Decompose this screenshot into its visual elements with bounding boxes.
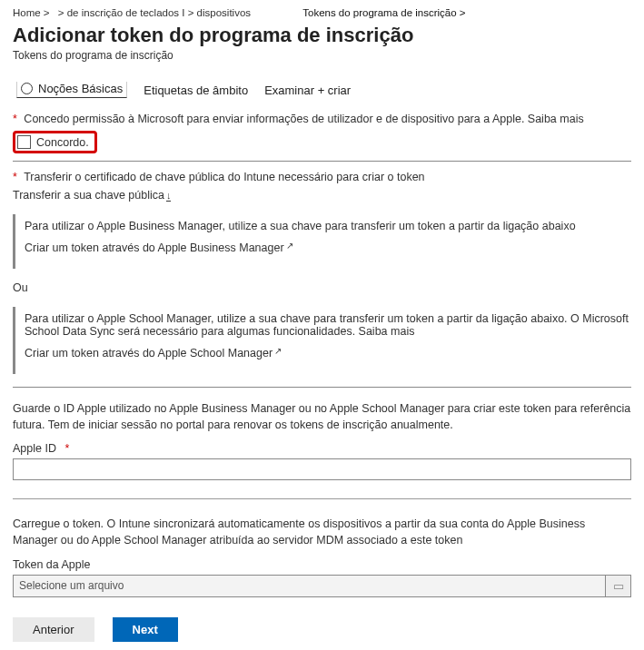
appleid-input[interactable] [13,458,631,480]
download-icon: ↓ [166,190,172,202]
wizard-buttons: Anterior Next [13,617,631,642]
appleid-desc: Guarde o ID Apple utilizado no Apple Bus… [13,400,631,433]
required-asterisk: * [13,171,17,183]
appleid-label: Apple ID * [13,442,631,455]
required-asterisk: * [64,442,69,455]
tab-basics-label: Noções Básicas [38,82,123,95]
token-file-placeholder: Selecione um arquivo [14,576,605,596]
or-separator: Ou [13,281,631,294]
asm-info: Para utilizar o Apple School Manager, ut… [13,307,631,374]
page-title: Adicionar token do programa de inscrição [13,24,631,47]
transfer-section: * Transferir o certificado de chave públ… [13,162,631,374]
required-asterisk: * [13,113,17,125]
download-link-text: Transferir a sua chave pública [13,189,164,202]
download-public-key-link[interactable]: Transferir a sua chave pública↓ [13,189,631,202]
circle-icon [21,83,33,94]
agree-label: Concordo. [36,136,89,149]
abm-link[interactable]: Criar um token através do Apple Business… [25,241,631,254]
asm-link[interactable]: Criar um token através do Apple School M… [25,347,631,359]
abm-info: Para utilizar o Apple Business Manager, … [13,214,631,269]
asm-link-text: Criar um token através do Apple School M… [25,347,272,359]
permission-section: * Concedo permissão à Microsoft para env… [13,103,631,162]
folder-icon[interactable]: ▭ [605,576,630,596]
crumb-tokens[interactable]: Tokens do programa de inscrição > [302,7,465,18]
token-section: Carregue o token. O Intune sincronizará … [13,505,631,596]
token-file-picker[interactable]: Selecione um arquivo ▭ [13,575,631,597]
abm-link-text: Criar um token através do Apple Business… [25,241,284,254]
token-desc: Carregue o token. O Intune sincronizará … [13,516,631,548]
tabs: Noções Básicas Etiquetas de âmbito Exami… [13,78,631,103]
token-label: Token da Apple [13,558,631,571]
next-button[interactable]: Next [113,617,178,642]
page-subtitle: Tokens do programa de inscrição [13,49,631,62]
transfer-label: * Transferir o certificado de chave públ… [13,171,631,183]
permission-text: Concedo permissão à Microsoft para envia… [24,113,583,125]
permission-label: * Concedo permissão à Microsoft para env… [13,113,631,125]
crumb-home[interactable]: Home > [13,7,50,18]
external-link-icon: ↗ [274,346,282,356]
asm-desc: Para utilizar o Apple School Manager, ut… [25,312,631,338]
breadcrumb: Home > > de inscrição de teclados I > di… [13,7,631,18]
agree-checkbox[interactable] [17,135,31,149]
abm-desc: Para utilizar o Apple Business Manager, … [25,220,631,232]
agree-row: Concordo. [13,131,97,153]
external-link-icon: ↗ [286,241,293,251]
previous-button[interactable]: Anterior [13,617,94,642]
crumb-devices[interactable]: > de inscrição de teclados I > dispositi… [58,7,251,18]
transfer-text: Transferir o certificado de chave públic… [24,171,424,183]
appleid-label-text: Apple ID [13,442,56,455]
appleid-section: Guarde o ID Apple utilizado no Apple Bus… [13,388,631,499]
tab-scope-tags[interactable]: Etiquetas de âmbito [144,84,248,97]
tab-review-create[interactable]: Examinar + criar [264,84,351,97]
tab-basics[interactable]: Noções Básicas [16,82,127,98]
